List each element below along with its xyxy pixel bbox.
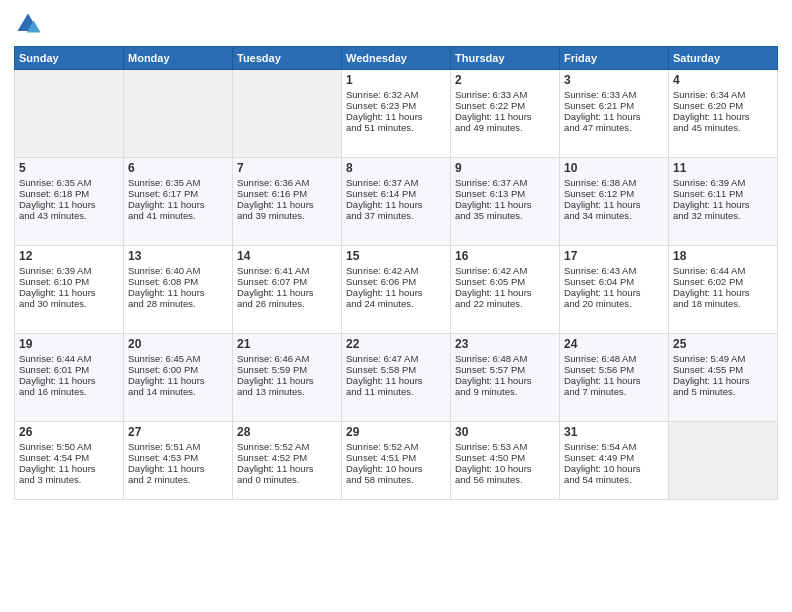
day-info: and 26 minutes.	[237, 298, 337, 309]
calendar-cell: 21Sunrise: 6:46 AMSunset: 5:59 PMDayligh…	[233, 334, 342, 422]
calendar-cell: 14Sunrise: 6:41 AMSunset: 6:07 PMDayligh…	[233, 246, 342, 334]
day-info: Daylight: 10 hours	[346, 463, 446, 474]
day-info: Sunrise: 5:53 AM	[455, 441, 555, 452]
calendar-cell: 10Sunrise: 6:38 AMSunset: 6:12 PMDayligh…	[560, 158, 669, 246]
calendar-cell: 4Sunrise: 6:34 AMSunset: 6:20 PMDaylight…	[669, 70, 778, 158]
day-info: and 41 minutes.	[128, 210, 228, 221]
weekday-header-row: SundayMondayTuesdayWednesdayThursdayFrid…	[15, 47, 778, 70]
day-info: Sunset: 6:08 PM	[128, 276, 228, 287]
day-number: 1	[346, 73, 446, 87]
day-info: Sunrise: 6:48 AM	[455, 353, 555, 364]
day-info: Sunrise: 5:50 AM	[19, 441, 119, 452]
day-number: 9	[455, 161, 555, 175]
day-info: Sunrise: 6:39 AM	[19, 265, 119, 276]
day-info: and 56 minutes.	[455, 474, 555, 485]
day-info: Sunrise: 6:47 AM	[346, 353, 446, 364]
calendar-cell: 2Sunrise: 6:33 AMSunset: 6:22 PMDaylight…	[451, 70, 560, 158]
day-info: Sunset: 5:59 PM	[237, 364, 337, 375]
day-info: and 22 minutes.	[455, 298, 555, 309]
day-info: Sunrise: 6:33 AM	[455, 89, 555, 100]
calendar-cell	[15, 70, 124, 158]
day-number: 20	[128, 337, 228, 351]
day-info: Sunrise: 6:44 AM	[673, 265, 773, 276]
calendar-cell: 3Sunrise: 6:33 AMSunset: 6:21 PMDaylight…	[560, 70, 669, 158]
day-info: and 34 minutes.	[564, 210, 664, 221]
day-info: Sunset: 5:58 PM	[346, 364, 446, 375]
day-info: and 24 minutes.	[346, 298, 446, 309]
day-info: and 49 minutes.	[455, 122, 555, 133]
day-info: and 13 minutes.	[237, 386, 337, 397]
day-info: Daylight: 11 hours	[19, 287, 119, 298]
day-info: Sunset: 6:11 PM	[673, 188, 773, 199]
day-info: Sunset: 4:52 PM	[237, 452, 337, 463]
day-info: Sunset: 6:13 PM	[455, 188, 555, 199]
day-info: and 43 minutes.	[19, 210, 119, 221]
calendar-cell: 27Sunrise: 5:51 AMSunset: 4:53 PMDayligh…	[124, 422, 233, 500]
day-info: Daylight: 11 hours	[564, 287, 664, 298]
day-info: Sunrise: 6:41 AM	[237, 265, 337, 276]
day-info: Daylight: 10 hours	[455, 463, 555, 474]
calendar-cell: 9Sunrise: 6:37 AMSunset: 6:13 PMDaylight…	[451, 158, 560, 246]
calendar-cell: 16Sunrise: 6:42 AMSunset: 6:05 PMDayligh…	[451, 246, 560, 334]
day-info: Sunset: 6:16 PM	[237, 188, 337, 199]
day-info: Sunset: 4:55 PM	[673, 364, 773, 375]
calendar-week-4: 19Sunrise: 6:44 AMSunset: 6:01 PMDayligh…	[15, 334, 778, 422]
day-info: Sunrise: 6:38 AM	[564, 177, 664, 188]
day-info: and 51 minutes.	[346, 122, 446, 133]
day-info: Sunrise: 6:45 AM	[128, 353, 228, 364]
day-number: 17	[564, 249, 664, 263]
calendar-cell: 18Sunrise: 6:44 AMSunset: 6:02 PMDayligh…	[669, 246, 778, 334]
calendar-cell: 28Sunrise: 5:52 AMSunset: 4:52 PMDayligh…	[233, 422, 342, 500]
calendar-cell: 26Sunrise: 5:50 AMSunset: 4:54 PMDayligh…	[15, 422, 124, 500]
day-info: Sunset: 6:02 PM	[673, 276, 773, 287]
day-number: 23	[455, 337, 555, 351]
day-number: 28	[237, 425, 337, 439]
day-info: and 7 minutes.	[564, 386, 664, 397]
day-info: Sunrise: 6:42 AM	[346, 265, 446, 276]
day-info: Daylight: 11 hours	[673, 375, 773, 386]
calendar-cell: 19Sunrise: 6:44 AMSunset: 6:01 PMDayligh…	[15, 334, 124, 422]
day-info: Sunrise: 5:52 AM	[346, 441, 446, 452]
day-number: 6	[128, 161, 228, 175]
day-info: Daylight: 11 hours	[346, 375, 446, 386]
day-info: Daylight: 11 hours	[346, 287, 446, 298]
calendar-cell: 23Sunrise: 6:48 AMSunset: 5:57 PMDayligh…	[451, 334, 560, 422]
calendar-week-1: 1Sunrise: 6:32 AMSunset: 6:23 PMDaylight…	[15, 70, 778, 158]
day-info: and 45 minutes.	[673, 122, 773, 133]
calendar-cell: 17Sunrise: 6:43 AMSunset: 6:04 PMDayligh…	[560, 246, 669, 334]
day-info: Daylight: 11 hours	[128, 199, 228, 210]
day-number: 31	[564, 425, 664, 439]
day-info: Daylight: 11 hours	[673, 287, 773, 298]
calendar-cell: 15Sunrise: 6:42 AMSunset: 6:06 PMDayligh…	[342, 246, 451, 334]
day-info: Sunset: 6:20 PM	[673, 100, 773, 111]
day-info: and 35 minutes.	[455, 210, 555, 221]
day-info: Sunrise: 6:33 AM	[564, 89, 664, 100]
day-info: Sunset: 6:23 PM	[346, 100, 446, 111]
calendar-cell: 29Sunrise: 5:52 AMSunset: 4:51 PMDayligh…	[342, 422, 451, 500]
calendar-cell: 1Sunrise: 6:32 AMSunset: 6:23 PMDaylight…	[342, 70, 451, 158]
weekday-tuesday: Tuesday	[233, 47, 342, 70]
day-info: Daylight: 11 hours	[673, 199, 773, 210]
day-info: and 32 minutes.	[673, 210, 773, 221]
calendar-cell: 7Sunrise: 6:36 AMSunset: 6:16 PMDaylight…	[233, 158, 342, 246]
day-info: Sunrise: 5:54 AM	[564, 441, 664, 452]
day-info: and 11 minutes.	[346, 386, 446, 397]
day-number: 29	[346, 425, 446, 439]
day-info: Sunset: 5:56 PM	[564, 364, 664, 375]
day-info: Sunset: 4:49 PM	[564, 452, 664, 463]
day-info: Sunset: 4:51 PM	[346, 452, 446, 463]
day-info: Sunset: 6:17 PM	[128, 188, 228, 199]
calendar-cell: 24Sunrise: 6:48 AMSunset: 5:56 PMDayligh…	[560, 334, 669, 422]
day-info: Sunrise: 6:37 AM	[346, 177, 446, 188]
calendar-cell: 20Sunrise: 6:45 AMSunset: 6:00 PMDayligh…	[124, 334, 233, 422]
calendar-week-5: 26Sunrise: 5:50 AMSunset: 4:54 PMDayligh…	[15, 422, 778, 500]
day-number: 21	[237, 337, 337, 351]
day-info: Daylight: 11 hours	[346, 111, 446, 122]
day-info: Sunset: 4:54 PM	[19, 452, 119, 463]
day-info: Daylight: 11 hours	[237, 375, 337, 386]
day-info: Sunrise: 6:37 AM	[455, 177, 555, 188]
day-info: Sunset: 6:01 PM	[19, 364, 119, 375]
day-info: Sunrise: 6:35 AM	[19, 177, 119, 188]
calendar-week-2: 5Sunrise: 6:35 AMSunset: 6:18 PMDaylight…	[15, 158, 778, 246]
day-number: 15	[346, 249, 446, 263]
